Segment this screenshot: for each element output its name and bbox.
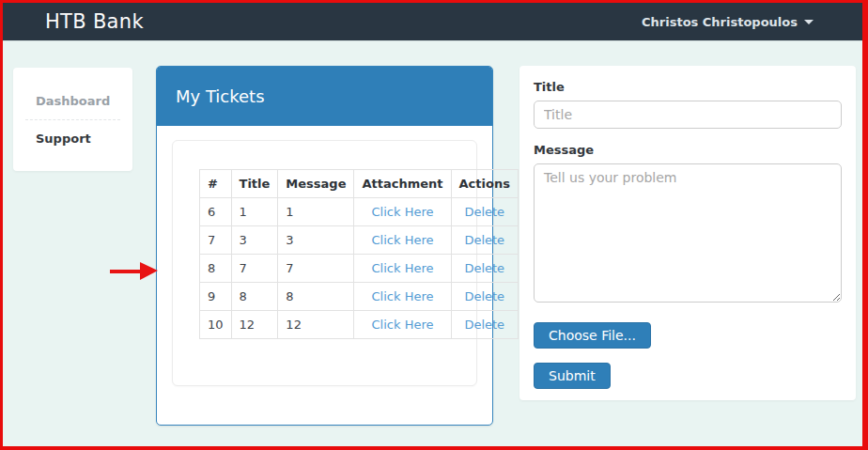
- tickets-table: # Title Message Attachment Actions 6 1 1…: [199, 169, 519, 339]
- header-attachment: Attachment: [354, 170, 451, 198]
- top-navbar: HTB Bank Christos Christopoulos: [3, 3, 862, 41]
- ticket-message: 7: [278, 255, 354, 283]
- header-message: Message: [278, 170, 354, 198]
- brand-title: HTB Bank: [45, 10, 144, 33]
- delete-link[interactable]: Delete: [464, 233, 504, 247]
- sidebar-nav: Dashboard Support: [13, 68, 132, 171]
- title-input[interactable]: [534, 101, 842, 129]
- delete-link[interactable]: Delete: [464, 261, 504, 275]
- annotation-arrow: [110, 262, 159, 280]
- delete-link[interactable]: Delete: [464, 318, 504, 332]
- ticket-id: 10: [200, 311, 232, 339]
- sidebar-item-dashboard[interactable]: Dashboard: [13, 88, 132, 114]
- attachment-link[interactable]: Click Here: [372, 233, 434, 247]
- attachment-link[interactable]: Click Here: [372, 261, 434, 275]
- submit-button[interactable]: Submit: [534, 363, 611, 389]
- panel-title: My Tickets: [157, 67, 492, 126]
- ticket-title: 1: [231, 198, 278, 226]
- ticket-message: 1: [278, 198, 354, 226]
- table-row: 6 1 1 Click Here Delete: [200, 198, 519, 226]
- arrow-head: [140, 262, 158, 280]
- ticket-message: 8: [278, 283, 354, 311]
- annotated-screenshot: HTB Bank Christos Christopoulos Dashboar…: [0, 0, 868, 450]
- user-dropdown[interactable]: Christos Christopoulos: [642, 3, 814, 40]
- ticket-title: 12: [231, 311, 278, 339]
- message-textarea[interactable]: [534, 163, 842, 303]
- ticket-title: 3: [231, 226, 278, 255]
- attachment-link[interactable]: Click Here: [372, 205, 434, 219]
- sidebar-item-support[interactable]: Support: [13, 126, 132, 151]
- ticket-id: 9: [200, 283, 232, 311]
- choose-file-button[interactable]: Choose File...: [534, 322, 651, 349]
- attachment-link[interactable]: Click Here: [372, 318, 434, 332]
- table-row: 7 3 3 Click Here Delete: [200, 226, 519, 255]
- caret-down-icon: [804, 20, 814, 24]
- table-row: 8 7 7 Click Here Delete: [200, 255, 519, 283]
- message-label: Message: [534, 143, 842, 157]
- ticket-id: 7: [200, 226, 232, 255]
- ticket-title: 7: [231, 255, 278, 283]
- table-header-row: # Title Message Attachment Actions: [200, 170, 519, 198]
- header-id: #: [200, 170, 232, 198]
- my-tickets-panel: My Tickets # Title Message Attachment Ac…: [156, 66, 493, 426]
- tickets-table-card: # Title Message Attachment Actions 6 1 1…: [172, 140, 477, 386]
- table-row: 9 8 8 Click Here Delete: [200, 283, 519, 311]
- ticket-message: 3: [278, 226, 354, 255]
- attachment-link[interactable]: Click Here: [372, 289, 434, 303]
- title-label: Title: [534, 80, 842, 94]
- arrow-shaft: [110, 270, 142, 273]
- ticket-id: 6: [200, 198, 232, 226]
- header-actions: Actions: [451, 170, 518, 198]
- delete-link[interactable]: Delete: [464, 289, 504, 303]
- table-row: 10 12 12 Click Here Delete: [200, 311, 519, 339]
- header-title: Title: [231, 170, 278, 198]
- sidebar-divider: [25, 119, 120, 120]
- ticket-message: 12: [278, 311, 354, 339]
- delete-link[interactable]: Delete: [464, 205, 504, 219]
- ticket-title: 8: [231, 283, 278, 311]
- ticket-id: 8: [200, 255, 232, 283]
- new-ticket-form: Title Message Choose File... Submit: [519, 66, 856, 400]
- user-name: Christos Christopoulos: [642, 15, 798, 29]
